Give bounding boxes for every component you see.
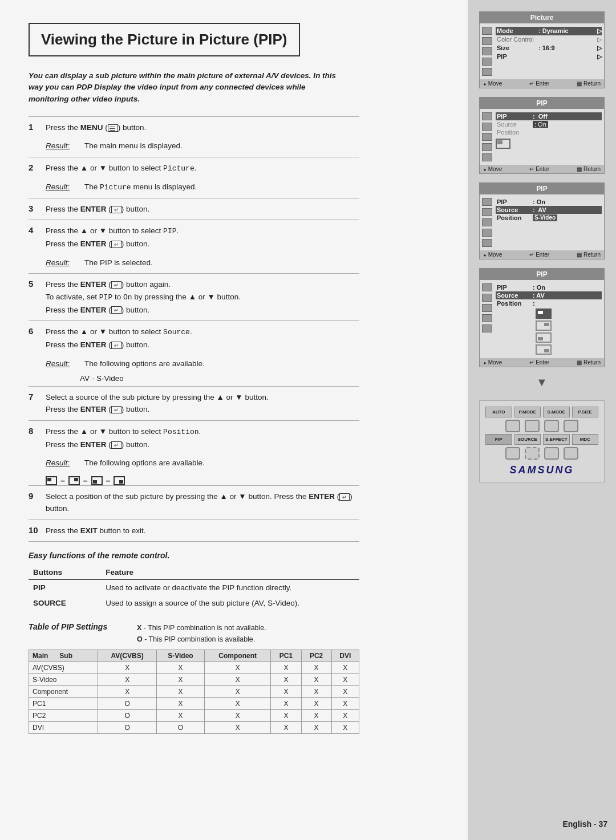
step-number: 5 bbox=[29, 279, 46, 289]
footer-return: ▦ Return bbox=[577, 251, 601, 258]
pip-label: PIP bbox=[496, 284, 533, 291]
step-number: 4 bbox=[29, 225, 46, 235]
panel-icon bbox=[482, 133, 492, 141]
mini-screen-area bbox=[496, 139, 602, 149]
result-label: Result: bbox=[46, 181, 80, 193]
panel-icon bbox=[482, 218, 492, 226]
result-row: Result: The PIP is selected. bbox=[29, 255, 359, 273]
pip-col-pc2: PC2 bbox=[301, 650, 331, 662]
result-label: Result: bbox=[46, 457, 80, 469]
panel-row-label: Size bbox=[496, 44, 538, 52]
remote-btn-auto[interactable]: AUTO bbox=[485, 407, 512, 417]
remote-btn-mdc[interactable]: MDC bbox=[572, 434, 599, 445]
source-value: : AV bbox=[533, 206, 546, 213]
step-row: 6 Press the ▲ or ▼ button to select Sour… bbox=[29, 320, 359, 355]
sub-result: AV - S-Video bbox=[29, 374, 359, 386]
pip-cell: X bbox=[271, 710, 301, 722]
step-content: Press the ▲ or ▼ button to select Positi… bbox=[46, 425, 359, 451]
remote-btn-psize[interactable]: P.SIZE bbox=[572, 407, 599, 417]
panel-icon bbox=[482, 153, 492, 161]
result-row: Result: The following options are availa… bbox=[29, 455, 359, 473]
footer-move: ⬥ Move bbox=[483, 359, 502, 366]
position-label: Position bbox=[496, 214, 533, 221]
table-row: DVI O O X X X X bbox=[29, 722, 359, 734]
pip-row-avcvbs: AV(CVBS) bbox=[29, 662, 98, 674]
panel-icon bbox=[482, 283, 492, 291]
panel-row-value: : 16:9 bbox=[538, 44, 555, 52]
arrow-down-icon: ▼ bbox=[536, 376, 548, 389]
panel-icon bbox=[482, 27, 492, 35]
pip-panel-1: PIP PIP : Off Source : On Positio bbox=[479, 97, 605, 174]
pip-value: : On bbox=[533, 198, 545, 205]
pip-cell: X bbox=[156, 710, 204, 722]
result-text: The following options are available. bbox=[84, 358, 205, 370]
easy-functions-section: Easy functions of the remote control. Bu… bbox=[29, 551, 359, 611]
source-label: Source bbox=[496, 121, 533, 128]
right-sidebar: Picture Mode : Dynamic ▷ Color Control ▷ bbox=[468, 0, 616, 840]
remote-btn-source[interactable]: SOURCE bbox=[514, 434, 541, 445]
enter-icon: ↵ bbox=[111, 342, 121, 349]
remote-btn-seffect[interactable]: S.EFFECT bbox=[543, 434, 570, 445]
pos-option-tr bbox=[536, 320, 552, 331]
pip-cell: X bbox=[204, 686, 270, 698]
pip-cell: X bbox=[271, 662, 301, 674]
result-label: Result: bbox=[46, 257, 80, 269]
result-row: Result: The following options are availa… bbox=[29, 356, 359, 374]
menu-keyword: MENU bbox=[80, 123, 103, 132]
pip-cell: X bbox=[271, 674, 301, 686]
pip-cell: X bbox=[301, 674, 331, 686]
pip-col-pc1: PC1 bbox=[271, 650, 301, 662]
pip-cell: X bbox=[271, 698, 301, 710]
remote-btn-pmode[interactable]: P.MODE bbox=[514, 407, 541, 417]
position-icon-br bbox=[114, 476, 125, 485]
english-label: English - 37 bbox=[562, 819, 607, 829]
footer-enter: ↵ Enter bbox=[529, 359, 549, 366]
panel-row-label: Color Control bbox=[496, 36, 538, 43]
panel-icon bbox=[482, 68, 492, 76]
table-row: PC1 O X X X X X bbox=[29, 698, 359, 710]
footer-enter: ↵ Enter bbox=[529, 166, 549, 172]
pip-cell: X bbox=[204, 710, 270, 722]
intro-text: You can display a sub picture within the… bbox=[29, 70, 337, 105]
step-content: Select a source of the sub picture by pr… bbox=[46, 391, 359, 416]
pip-cell: X bbox=[98, 686, 157, 698]
step-row: 10 Press the EXIT button to exit. bbox=[29, 520, 359, 542]
remote-btn-pip[interactable]: PIP bbox=[485, 434, 512, 445]
dash-separator: – bbox=[106, 476, 111, 485]
position-icon-tr bbox=[68, 476, 80, 485]
remote-btn-smode[interactable]: S.MODE bbox=[543, 407, 570, 417]
step-content: Press the ENTER (↵) button. bbox=[46, 203, 359, 216]
pip-col-component: Component bbox=[204, 650, 270, 662]
remote-circles-bottom bbox=[485, 447, 598, 460]
step-row: 1 Press the MENU () button. bbox=[29, 116, 359, 139]
pip-row-pc2: PC2 bbox=[29, 710, 98, 722]
pip-col-avcvbs: AV(CVBS) bbox=[98, 650, 157, 662]
remote-control: AUTO P.MODE S.MODE P.SIZE PIP SOURCE S.E… bbox=[479, 400, 605, 482]
svideo-value: S-Video bbox=[533, 214, 557, 221]
pip-cell: X bbox=[301, 722, 331, 734]
panel-icon bbox=[482, 314, 492, 322]
panel-icon bbox=[482, 229, 492, 237]
enter-icon: ↵ bbox=[111, 406, 121, 413]
pip-settings-section: Table of PIP Settings X - This PIP combi… bbox=[29, 622, 359, 734]
panel-icon bbox=[482, 47, 492, 55]
step-number: 7 bbox=[29, 392, 46, 401]
panel-arrow: ▷ bbox=[597, 36, 602, 43]
pip-panel-title: PIP bbox=[480, 183, 604, 194]
pip-col-svideo: S-Video bbox=[156, 650, 204, 662]
pip-settings-header: Table of PIP Settings X - This PIP combi… bbox=[29, 622, 359, 645]
button-feature-source: Used to assign a source of the sub pictu… bbox=[101, 595, 359, 611]
pip-cell: X bbox=[156, 698, 204, 710]
table-row: Component X X X X X X bbox=[29, 686, 359, 698]
table-row: PIP Used to activate or deactivate the P… bbox=[29, 579, 359, 595]
panel-icon bbox=[482, 198, 492, 206]
footer-enter: ↵ Enter bbox=[529, 251, 549, 258]
pip-panel-title: PIP bbox=[480, 269, 604, 280]
table-row: PC2 O X X X X X bbox=[29, 710, 359, 722]
pip-cell: X bbox=[301, 698, 331, 710]
step-number: 9 bbox=[29, 491, 46, 501]
pip-col-dvi: DVI bbox=[331, 650, 359, 662]
pip-cell: O bbox=[156, 722, 204, 734]
table-row: AV(CVBS) X X X X X X bbox=[29, 662, 359, 674]
pip-settings-title: Table of PIP Settings bbox=[29, 622, 120, 631]
